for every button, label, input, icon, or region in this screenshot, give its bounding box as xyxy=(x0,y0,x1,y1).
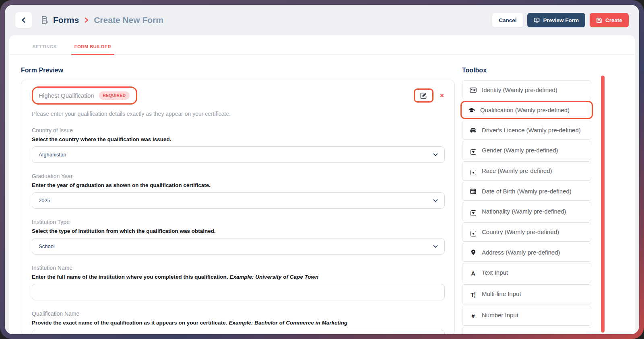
toolbox-item-address[interactable]: Address (Wamly pre-defined) xyxy=(462,243,591,262)
multiline-text-icon: T¦ xyxy=(470,291,477,299)
toolbox-item-label: Address (Wamly pre-defined) xyxy=(482,249,560,256)
toolbox-item-label: Qualification (Wamly pre-defined) xyxy=(480,107,570,113)
field-help-text: Select the country where the qualificati… xyxy=(32,136,171,142)
remove-section-button[interactable]: × xyxy=(440,92,444,99)
tab-bar: SETTINGS FORM BUILDER xyxy=(9,35,635,55)
field-help-text: Enter the year of graduation as shown on… xyxy=(32,182,211,188)
required-badge: REQUIRED xyxy=(99,91,130,100)
select-value: 2025 xyxy=(39,197,50,203)
toolbox-item-race[interactable]: Race (Wamly pre-defined) xyxy=(462,161,591,181)
chevron-right-icon xyxy=(84,17,89,23)
field-help-text: Select the type of institution from whic… xyxy=(32,228,216,234)
toolbox-list: Identity (Wamly pre-defined) Qualificati… xyxy=(462,80,591,334)
graduation-cap-icon xyxy=(468,107,475,113)
toolbox-item-identity[interactable]: Identity (Wamly pre-defined) xyxy=(462,80,591,99)
app-screen: Forms Create New Form Cancel Preview For… xyxy=(5,5,639,334)
edit-pencil-square-icon xyxy=(420,92,427,99)
graduation-year-select[interactable]: 2025 xyxy=(32,192,445,209)
text-icon: A xyxy=(470,269,477,278)
field-graduation-year: Graduation Year Enter the year of gradua… xyxy=(32,173,444,209)
id-card-icon xyxy=(470,87,477,93)
dropdown-icon xyxy=(470,231,477,236)
toolbox-item-gender[interactable]: Gender (Wamly pre-defined) xyxy=(462,141,591,160)
toolbox-item-dropdown[interactable]: Dropdown xyxy=(462,327,591,334)
toolbox-item-nationality[interactable]: Nationality (Wamly pre-defined) xyxy=(462,202,591,221)
annotation-edit-button xyxy=(414,88,433,103)
field-institution-type: Institution Type Select the type of inst… xyxy=(32,219,444,255)
toolbox-item-label: Race (Wamly pre-defined) xyxy=(482,167,552,174)
preview-form-button[interactable]: Preview Form xyxy=(527,13,585,27)
create-button[interactable]: Create xyxy=(590,13,629,27)
chevron-down-icon xyxy=(433,245,438,248)
field-help: Enter the year of graduation as shown on… xyxy=(32,182,444,188)
top-bar: Forms Create New Form Cancel Preview For… xyxy=(5,5,639,35)
section-description: Please enter your qualification details … xyxy=(32,111,444,117)
toolbox-item-number-input[interactable]: #Number Input xyxy=(462,306,591,326)
edit-section-button[interactable] xyxy=(419,91,428,100)
toolbox-item-label: Multi-line Input xyxy=(482,290,521,297)
toolbox-item-label: Gender (Wamly pre-defined) xyxy=(482,147,558,154)
calendar-icon xyxy=(470,188,477,194)
toolbox-scrollbar[interactable] xyxy=(601,76,605,333)
select-value: School xyxy=(39,243,55,249)
tab-settings[interactable]: SETTINGS xyxy=(31,44,58,54)
field-help-text: Provide the exact name of the qualificat… xyxy=(32,320,227,326)
breadcrumb-forms-link[interactable]: Forms xyxy=(53,15,79,25)
institution-name-input[interactable] xyxy=(32,284,445,300)
field-label: Country of Issue xyxy=(32,127,444,134)
back-button[interactable] xyxy=(15,12,32,28)
toolbox-item-drivers-licence[interactable]: Driver's Licence (Wamly pre-defined) xyxy=(462,121,591,140)
field-help: Provide the exact name of the qualificat… xyxy=(32,320,444,326)
toolbox-item-label: Date of Birth (Wamly pre-defined) xyxy=(482,188,572,195)
field-label: Qualification Name xyxy=(32,310,444,317)
toolbox-item-date-of-birth[interactable]: Date of Birth (Wamly pre-defined) xyxy=(462,182,591,201)
toolbox-item-qualification[interactable]: Qualification (Wamly pre-defined) xyxy=(460,101,593,119)
topbar-actions: Cancel Preview Form Create xyxy=(492,13,629,27)
field-country-of-issue: Country of Issue Select the country wher… xyxy=(32,127,444,163)
annotation-section-title: Highest Qualification REQUIRED xyxy=(32,86,137,105)
tab-form-builder[interactable]: FORM BUILDER xyxy=(73,44,113,54)
field-help: Select the type of institution from whic… xyxy=(32,228,444,234)
form-preview-heading: Form Preview xyxy=(21,67,63,74)
institution-type-select[interactable]: School xyxy=(32,238,445,255)
field-help: Select the country where the qualificati… xyxy=(32,136,444,142)
create-label: Create xyxy=(605,17,622,23)
map-pin-icon xyxy=(470,249,477,255)
toolbox-item-text-input[interactable]: AText Input xyxy=(462,263,591,283)
qualification-name-input[interactable] xyxy=(32,330,445,334)
chevron-left-icon xyxy=(21,17,27,23)
field-help-example: Example: Bachelor of Commerce in Marketi… xyxy=(229,320,347,326)
toolbox-heading: Toolbox xyxy=(462,67,487,74)
field-label: Graduation Year xyxy=(32,173,444,179)
field-qualification-name: Qualification Name Provide the exact nam… xyxy=(32,310,444,334)
toolbox-item-label: Text Input xyxy=(482,269,508,276)
country-of-issue-select[interactable]: Afghanistan xyxy=(32,146,445,163)
monitor-eye-icon xyxy=(534,17,540,23)
toolbox-item-label: Dropdown xyxy=(482,333,509,334)
toolbox-item-label: Number Input xyxy=(482,312,518,318)
select-value: Afghanistan xyxy=(39,152,66,158)
field-help-example: Example: University of Cape Town xyxy=(230,274,319,280)
preview-form-label: Preview Form xyxy=(543,17,579,23)
dropdown-icon xyxy=(470,149,477,155)
toolbox-item-multiline-input[interactable]: T¦Multi-line Input xyxy=(462,284,591,304)
forms-document-icon xyxy=(39,15,49,25)
device-frame: Forms Create New Form Cancel Preview For… xyxy=(0,0,644,339)
page-title: Create New Form xyxy=(94,15,163,25)
section-title-row: Highest Qualification REQUIRED xyxy=(32,86,444,105)
hash-icon: # xyxy=(470,312,477,321)
chevron-down-icon xyxy=(433,199,438,202)
cancel-button[interactable]: Cancel xyxy=(492,13,523,27)
field-label: Institution Name xyxy=(32,265,444,271)
section-actions: × xyxy=(414,88,444,103)
toolbox-item-label: Nationality (Wamly pre-defined) xyxy=(482,208,566,215)
toolbox-item-label: Driver's Licence (Wamly pre-defined) xyxy=(482,127,581,134)
field-help: Enter the full name of the institution w… xyxy=(32,274,444,280)
form-preview-panel: Highest Qualification REQUIRED xyxy=(21,80,455,334)
section-title: Highest Qualification xyxy=(39,92,94,99)
car-icon xyxy=(470,127,477,133)
field-label: Institution Type xyxy=(32,219,444,225)
toolbox-item-country[interactable]: Country (Wamly pre-defined) xyxy=(462,222,591,242)
field-help-text: Enter the full name of the institution w… xyxy=(32,274,228,280)
main-content-card: SETTINGS FORM BUILDER Form Preview Toolb… xyxy=(9,35,635,334)
